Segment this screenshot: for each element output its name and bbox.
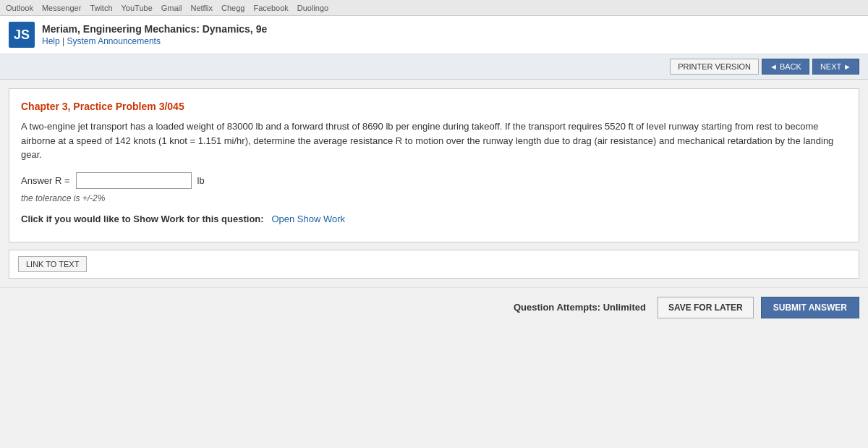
tolerance-text: the tolerance is +/-2%	[21, 193, 847, 203]
answer-row: Answer R = lb	[21, 172, 847, 189]
show-work-row: Click if you would like to Show Work for…	[21, 214, 847, 224]
browser-bar: Outlook Messenger Twitch YouTube Gmail N…	[0, 0, 868, 16]
link-to-text-button[interactable]: LINK TO TEXT	[18, 256, 87, 272]
next-button[interactable]: NEXT ►	[812, 59, 859, 75]
app-header: JS Meriam, Engineering Mechanics: Dynami…	[0, 16, 868, 54]
tab-facebook[interactable]: Facebook	[253, 4, 288, 12]
help-link[interactable]: Help	[42, 36, 60, 46]
question-title: Chapter 3, Practice Problem 3/045	[21, 101, 847, 112]
app-logo: JS	[9, 22, 35, 48]
answer-unit: lb	[197, 175, 205, 186]
app-title: Meriam, Engineering Mechanics: Dynamics,…	[42, 23, 267, 35]
app-links: Help | System Announcements	[42, 36, 267, 46]
main-content: Chapter 3, Practice Problem 3/045 A two-…	[0, 80, 868, 287]
toolbar: PRINTER VERSION ◄ BACK NEXT ►	[0, 54, 868, 80]
show-work-prefix: Click if you would like to Show Work for…	[21, 214, 264, 224]
footer-actions: Question Attempts: Unlimited SAVE FOR LA…	[0, 287, 868, 327]
submit-answer-button[interactable]: SUBMIT ANSWER	[761, 297, 859, 318]
question-box: Chapter 3, Practice Problem 3/045 A two-…	[9, 88, 859, 242]
attempts-label: Question Attempts: Unlimited	[514, 302, 646, 313]
answer-label: Answer R =	[21, 175, 70, 186]
tab-gmail[interactable]: Gmail	[161, 4, 182, 12]
save-for-later-button[interactable]: SAVE FOR LATER	[658, 297, 754, 318]
open-show-work-link[interactable]: Open Show Work	[271, 214, 345, 224]
system-announcements-link[interactable]: System Announcements	[67, 36, 161, 46]
separator: |	[62, 36, 64, 46]
question-text: A two-engine jet transport has a loaded …	[21, 119, 847, 162]
tab-youtube[interactable]: YouTube	[122, 4, 153, 12]
tab-twitch[interactable]: Twitch	[90, 4, 112, 12]
link-box: LINK TO TEXT	[9, 250, 859, 279]
tab-chegg[interactable]: Chegg	[221, 4, 244, 12]
tab-messenger[interactable]: Messenger	[42, 4, 81, 12]
answer-input[interactable]	[76, 172, 192, 189]
printer-version-button[interactable]: PRINTER VERSION	[670, 59, 759, 75]
app-title-area: Meriam, Engineering Mechanics: Dynamics,…	[42, 23, 267, 46]
back-button[interactable]: ◄ BACK	[762, 59, 809, 75]
tab-duolingo[interactable]: Duolingo	[297, 4, 328, 12]
tab-netflix[interactable]: Netflix	[191, 4, 213, 12]
tab-outlook[interactable]: Outlook	[6, 4, 33, 12]
